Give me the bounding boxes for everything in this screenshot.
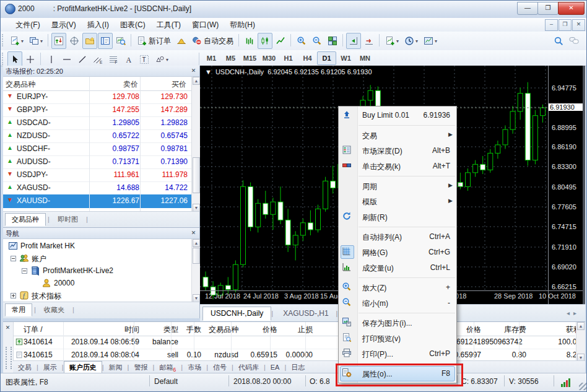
menu-item-4[interactable]: 工具(T) [151,18,186,32]
bar-chart-button[interactable] [242,33,257,49]
market-watch-row-GBPJPY[interactable]: ▼GBPJPY-147.255147.289 [3,103,191,117]
strategy-tester-button[interactable] [113,33,128,49]
order-row-3410614[interactable]: 34106142018.09.14 08:06:59balance100.006… [13,336,585,349]
terminal-tab-1[interactable]: 展示 [38,362,62,372]
tile-windows-button[interactable] [325,33,340,49]
market-watch-button[interactable] [51,33,66,49]
timeframe-m5-button[interactable]: M5 [221,51,240,65]
menu-item-3[interactable]: 图表(C) [115,18,151,32]
market-watch-row-USDJPY[interactable]: ▼USDJPY-111.961111.978 [3,168,191,182]
restore-button[interactable]: ❐ [537,2,559,15]
title-bar[interactable]: 2000 : ProfitMarketHK-Live2 - [USDCNH-,D… [1,1,586,18]
close-button[interactable]: ✕ [558,2,585,15]
market-watch-tab-0[interactable]: 交易品种 [5,213,46,226]
navigator-tab-0[interactable]: 常用 [5,303,32,316]
line-chart-button[interactable] [273,33,288,49]
market-watch-column-2[interactable]: 买价 [3,79,186,90]
menu-item-2[interactable]: 插入(I) [82,18,115,32]
market-watch-row-AUDUSD[interactable]: ▲AUDUSD-0.713710.71390 [3,155,191,169]
market-watch-close-icon[interactable]: ✕ [189,67,198,75]
zoom-out-button[interactable] [310,33,324,49]
timeframe-d1-button[interactable]: D1 [317,51,336,65]
mdi-minimize-button[interactable]: – [545,19,558,31]
expert-advisors-button[interactable] [174,33,189,49]
orders-table-header[interactable]: 订单 /时间类型手数交易品种价格止损价格库存费获利 [13,322,575,336]
timeframe-m1-button[interactable]: M1 [202,51,221,65]
profiles-button[interactable]: ▾ [27,33,45,49]
terminal-tab-8[interactable]: 代码库 [233,362,264,372]
market-watch-row-USDCHF[interactable]: ▲USDCHF-0.987570.98781 [3,142,191,156]
context-menu-item-17[interactable]: 保存为图片(i)... [339,315,456,331]
market-watch-row-XAUUSD[interactable]: ▼XAUUSD-1226.671227.06 [3,194,191,208]
navigator-tab-1[interactable]: 收藏夹 [38,304,71,316]
terminal-scrollbar[interactable]: ▲ ▼ [576,322,585,362]
context-menu-item-11[interactable]: 网格(G)Ctrl+G [339,245,456,260]
navigator-button[interactable] [82,33,97,49]
navigator-scrollbar[interactable]: ▲ ▼ [191,239,201,302]
chart-tab-0[interactable]: USDCNH-,Daily [202,307,271,321]
terminal-tab-3[interactable]: 新闻 [104,362,128,372]
tree-expander-icon[interactable] [11,293,16,298]
search-button[interactable] [551,33,566,49]
terminal-tab-0[interactable]: 交易 [13,362,37,372]
chart-tab-scroll-icons[interactable]: ◂▸ [567,310,580,316]
timeframe-h1-button[interactable]: H1 [279,51,298,65]
terminal-tab-4[interactable]: 警报 [129,362,152,372]
status-profile[interactable]: Default [154,377,178,386]
context-menu-item-8[interactable]: 刷新(R) [339,209,456,225]
context-menu-item-10[interactable]: 自动排列(A)Ctrl+A [339,229,456,245]
navigator-close-icon[interactable]: ✕ [189,229,198,237]
terminal-tab-9[interactable]: EA [266,362,285,372]
candlestick-button[interactable] [258,33,272,49]
context-menu-item-15[interactable]: 缩小(m)- [339,295,456,311]
autotrading-button[interactable]: 自动交易 [189,33,236,49]
auto-scroll-button[interactable] [362,33,376,49]
market-watch-scrollbar[interactable]: ▲ ▼ [191,77,201,212]
terminal-drag-handle[interactable] [6,347,12,369]
shift-chart-button[interactable] [346,33,361,49]
mdi-close-button[interactable]: ✕ [572,19,585,31]
timeframe-w1-button[interactable]: W1 [336,51,355,65]
context-menu-item-2[interactable]: 交易▶ [339,128,456,143]
tree-expander-icon[interactable] [22,268,27,274]
terminal-tab-6[interactable]: 市场 [183,362,206,372]
context-menu-item-18[interactable]: 打印预览(v) [339,331,456,346]
new-order-button[interactable]: 新订单 [134,33,173,49]
market-watch-tab-1[interactable]: 即时图 [51,214,84,225]
mdi-restore-button[interactable]: ❐ [559,19,572,31]
resize-grip[interactable] [579,383,586,390]
zoom-in-button[interactable] [294,33,309,49]
terminal-tab-10[interactable]: 日志 [286,362,310,372]
timeframe-h4-button[interactable]: H4 [298,51,317,65]
timeframe-m30-button[interactable]: M30 [259,51,279,65]
menu-item-1[interactable]: 显示(V) [46,18,82,32]
data-window-button[interactable] [67,33,82,49]
context-menu-item-12[interactable]: 成交量(u)Ctrl+L [339,260,456,276]
market-watch-row-XAGUSD[interactable]: ▲XAGUSD-14.68814.722 [3,181,191,195]
context-menu-item-0[interactable]: Buy Limit 0.016.91936 [339,108,456,123]
chat-button[interactable] [567,33,581,49]
context-menu-item-3[interactable]: 市场深度(D)Alt+B [339,143,456,159]
periods-button[interactable]: ▾ [402,33,420,49]
terminal-close-icon[interactable]: ✕ [4,324,12,332]
chart-tab-1[interactable]: XAGUSD-,H1 [276,307,336,320]
terminal-button[interactable] [98,33,113,49]
timeframe-mn-button[interactable]: MN [355,51,375,65]
context-menu-item-19[interactable]: 打印(P)...Ctrl+P [339,346,456,362]
terminal-tab-2[interactable]: 账户历史 [64,361,102,373]
menu-item-5[interactable]: 窗口(W) [186,18,224,32]
minimize-button[interactable]: — [517,2,538,15]
menu-item-0[interactable]: 文件(F) [10,18,45,32]
indicators-button[interactable]: ▾ [383,33,401,49]
market-watch-row-USDCAD[interactable]: ▲USDCAD-1.298051.29828 [3,116,191,130]
templates-button[interactable]: ▾ [421,33,440,49]
context-menu-item-7[interactable]: 模版▶ [339,194,456,209]
chart-scrollbar[interactable] [583,66,585,304]
context-menu-item-6[interactable]: 周期▶ [339,178,456,194]
new-chart-button[interactable]: ▾ [7,33,26,49]
timeframe-m15-button[interactable]: M15 [240,51,259,65]
context-menu-item-14[interactable]: 放大(Z)+ [339,280,456,295]
terminal-tab-7[interactable]: 信号 [208,362,232,372]
terminal-tab-5[interactable]: 邮箱6 [154,362,181,372]
market-watch-row-NZDUSD[interactable]: ▲NZDUSD-0.657220.65745 [3,129,191,143]
